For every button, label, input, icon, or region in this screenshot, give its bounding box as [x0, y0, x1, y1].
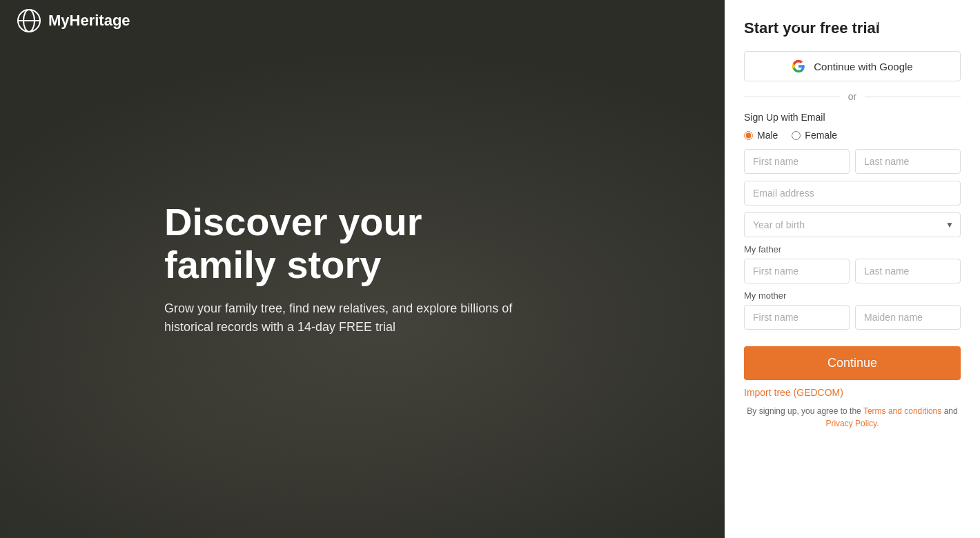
year-of-birth-wrapper: Year of birth 20262025202420232022202120… — [744, 212, 961, 237]
last-name-input[interactable] — [855, 149, 961, 174]
hero-subtitle: Grow your family tree, find new relative… — [164, 300, 523, 337]
father-label: My father — [744, 244, 961, 255]
name-row — [744, 149, 961, 174]
logo-text: MyHeritage — [48, 12, 130, 30]
privacy-policy-link[interactable]: Privacy Policy. — [825, 419, 879, 428]
father-first-name-input[interactable] — [744, 259, 850, 283]
accessibility-icon — [826, 14, 839, 27]
import-gedcom-link[interactable]: Import tree (GEDCOM) — [744, 387, 961, 398]
continue-button[interactable]: Continue — [744, 346, 961, 380]
gender-row: Male Female — [744, 130, 961, 141]
google-logo-icon — [792, 59, 805, 73]
year-of-birth-select[interactable]: Year of birth 20262025202420232022202120… — [744, 212, 961, 237]
terms-mid-text: and — [944, 406, 958, 416]
accessibility-button[interactable]: Accessibility — [826, 14, 899, 27]
terms-conditions-link[interactable]: Terms and conditions — [863, 406, 941, 416]
hero-title: Discover your family story — [164, 201, 523, 286]
gender-male-text: Male — [757, 130, 778, 141]
gender-male-radio[interactable] — [744, 131, 753, 140]
terms-text: By signing up, you agree to the Terms an… — [744, 405, 961, 430]
accessibility-label: Accessibility — [843, 15, 899, 27]
mother-label: My mother — [744, 290, 961, 301]
father-name-row — [744, 259, 961, 283]
google-signin-button[interactable]: Continue with Google — [744, 51, 961, 81]
signup-label: Sign Up with Email — [744, 112, 961, 123]
gender-female-text: Female — [805, 130, 837, 141]
divider-line-right — [865, 97, 961, 97]
divider-text: or — [848, 91, 856, 102]
globe-icon — [913, 14, 925, 27]
first-name-input[interactable] — [744, 149, 850, 174]
mother-first-name-input[interactable] — [744, 305, 850, 330]
logo-icon — [17, 8, 41, 33]
registration-panel: Start your free trial Continue with Goog… — [725, 0, 980, 538]
email-input[interactable] — [744, 181, 961, 206]
nav-right: Log in Accessibility English — [784, 14, 963, 27]
login-link[interactable]: Log in — [784, 15, 812, 27]
continue-btn-label: Continue — [827, 356, 877, 370]
hero-section: Discover your family story Grow your fam… — [164, 201, 523, 337]
language-label: English — [930, 15, 963, 27]
divider: or — [744, 91, 961, 102]
language-button[interactable]: English — [913, 14, 963, 27]
gender-female-label[interactable]: Female — [792, 130, 837, 141]
navbar: MyHeritage Log in Accessibility — [0, 0, 980, 41]
gender-female-radio[interactable] — [792, 131, 801, 140]
gender-male-label[interactable]: Male — [744, 130, 778, 141]
terms-pre-text: By signing up, you agree to the — [747, 406, 861, 416]
logo[interactable]: MyHeritage — [17, 8, 130, 33]
mother-maiden-name-input[interactable] — [855, 305, 961, 330]
father-last-name-input[interactable] — [855, 259, 961, 283]
google-btn-label: Continue with Google — [814, 61, 912, 72]
svg-point-3 — [832, 16, 834, 18]
mother-name-row — [744, 305, 961, 330]
divider-line-left — [744, 97, 840, 97]
